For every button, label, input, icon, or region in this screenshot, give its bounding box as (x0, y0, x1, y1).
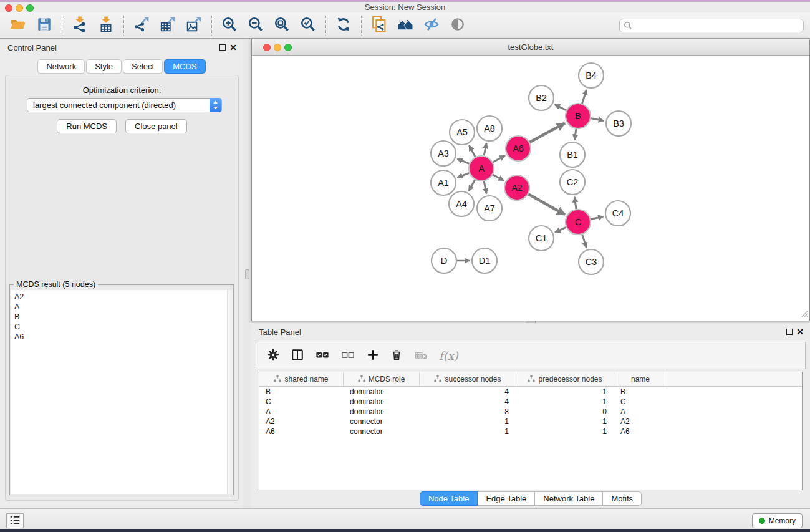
tab-network[interactable]: Network (37, 59, 85, 74)
table-row[interactable]: Cdominator41C (259, 397, 802, 407)
zoom-out-button[interactable] (243, 14, 269, 37)
table-row[interactable]: Bdominator41B (259, 387, 802, 397)
mcds-result-item[interactable]: C (14, 322, 233, 332)
tab-select[interactable]: Select (123, 59, 163, 74)
select-all-button[interactable] (315, 348, 330, 364)
graph-node-A3[interactable]: A3 (431, 141, 456, 166)
column-header-MCDS-role[interactable]: MCDS role (344, 372, 420, 386)
tab-mcds[interactable]: MCDS (164, 59, 205, 74)
tab-edge-table[interactable]: Edge Table (478, 491, 535, 506)
graph-node-B2[interactable]: B2 (529, 85, 554, 110)
clone-network-button[interactable] (366, 14, 392, 37)
delete-column-button[interactable] (390, 348, 403, 364)
graph-node-B3[interactable]: B3 (606, 111, 631, 136)
graph-edge-A-A8[interactable] (484, 143, 486, 156)
import-network-button[interactable] (67, 14, 93, 37)
table-row[interactable]: Adominator80A (259, 407, 802, 417)
zoom-in-button[interactable] (216, 14, 243, 37)
graph-edge-B-B4[interactable] (582, 90, 586, 104)
graph-edge-A-A4[interactable] (469, 180, 475, 191)
graph-edge-A-A3[interactable] (457, 159, 469, 164)
export-table-button[interactable] (155, 14, 181, 37)
table-settings-button[interactable] (266, 348, 280, 364)
graph-node-B[interactable]: B (566, 104, 591, 128)
criterion-dropdown[interactable]: largest connected component (directed) (27, 98, 222, 112)
graph-node-A2[interactable]: A2 (504, 175, 529, 200)
show-columns-button[interactable] (291, 348, 304, 364)
graph-edge-B-B3[interactable] (591, 118, 604, 121)
graph-edge-A2-C[interactable] (528, 194, 565, 215)
home-button[interactable] (392, 14, 418, 37)
graph-node-B1[interactable]: B1 (560, 142, 585, 167)
network-graph[interactable]: B4B2BB3A8A5A6A3B1AC2A1A2A4A7C4CC1DD1C3 (253, 56, 809, 319)
zoom-selected-button[interactable] (295, 14, 321, 37)
refresh-layout-button[interactable] (330, 14, 357, 37)
open-session-button[interactable] (5, 14, 31, 37)
mcds-result-item[interactable]: B (14, 312, 233, 322)
mcds-result-item[interactable]: A (14, 302, 233, 312)
deselect-all-button[interactable] (340, 348, 355, 364)
graph-node-A[interactable]: A (469, 156, 494, 181)
graph-node-A8[interactable]: A8 (477, 116, 502, 141)
graph-node-A7[interactable]: A7 (477, 196, 502, 221)
graph-node-A4[interactable]: A4 (449, 191, 474, 216)
graph-node-D1[interactable]: D1 (472, 248, 497, 273)
search-input[interactable] (619, 19, 804, 32)
graph-edge-B-B1[interactable] (574, 129, 576, 140)
graph-edge-A-A7[interactable] (484, 181, 486, 194)
memory-button[interactable]: Memory (752, 513, 803, 528)
float-panel-icon[interactable] (219, 44, 226, 51)
graph-node-C1[interactable]: C1 (529, 226, 554, 251)
column-header-name[interactable]: name (614, 372, 667, 386)
mcds-list-scrollbar[interactable] (227, 290, 233, 494)
graph-edge-A-A1[interactable] (457, 173, 469, 177)
graph-node-A5[interactable]: A5 (450, 120, 475, 145)
graph-node-C3[interactable]: C3 (579, 249, 604, 274)
export-image-button[interactable] (181, 14, 207, 37)
show-panel-button[interactable] (445, 14, 471, 37)
hide-panel-button[interactable] (418, 14, 445, 37)
tab-node-table[interactable]: Node Table (420, 491, 478, 506)
mcds-result-item[interactable]: A2 (14, 292, 233, 302)
graph-edge-A-A2[interactable] (493, 175, 503, 181)
network-canvas[interactable]: B4B2BB3A8A5A6A3B1AC2A1A2A4A7C4CC1DD1C3 (253, 56, 809, 318)
graph-edge-C-C3[interactable] (582, 235, 587, 248)
resize-grip-icon[interactable] (800, 309, 809, 320)
graph-edge-C-C4[interactable] (591, 216, 604, 219)
graph-node-C4[interactable]: C4 (605, 201, 630, 226)
close-panel-icon[interactable]: ✕ (229, 42, 237, 53)
close-panel-button[interactable]: Close panel (125, 119, 187, 133)
mcds-result-list[interactable]: A2ABCA6 (11, 290, 233, 494)
graph-edge-C-C1[interactable] (555, 227, 566, 232)
save-session-button[interactable] (31, 14, 57, 37)
close-panel-icon[interactable]: ✕ (796, 326, 804, 337)
tab-style[interactable]: Style (86, 59, 122, 74)
run-mcds-button[interactable]: Run MCDS (57, 119, 117, 133)
graph-edge-C-C2[interactable] (574, 197, 576, 209)
table-row[interactable]: A6connector11A6 (259, 427, 802, 437)
task-history-button[interactable] (6, 513, 24, 528)
add-column-button[interactable] (366, 348, 380, 364)
column-header-successor-nodes[interactable]: successor nodes (420, 372, 516, 386)
column-header-predecessor-nodes[interactable]: predecessor nodes (516, 372, 614, 386)
table-row[interactable]: A2connector11A2 (259, 417, 802, 427)
graph-edge-A6-B[interactable] (529, 123, 564, 142)
graph-edge-B-B2[interactable] (555, 105, 567, 110)
import-table-button[interactable] (93, 14, 119, 37)
graph-node-A6[interactable]: A6 (506, 136, 531, 161)
graph-node-C[interactable]: C (566, 210, 591, 235)
graph-node-D[interactable]: D (432, 248, 456, 273)
zoom-fit-button[interactable] (269, 14, 295, 37)
graph-node-C2[interactable]: C2 (560, 170, 585, 195)
float-panel-icon[interactable] (786, 329, 793, 335)
tab-motifs[interactable]: Motifs (603, 491, 642, 506)
graph-node-A1[interactable]: A1 (431, 170, 456, 195)
column-header-shared-name[interactable]: shared name (259, 372, 344, 386)
mcds-result-item[interactable]: A6 (14, 332, 233, 342)
network-window-titlebar[interactable]: testGlobe.txt (252, 39, 809, 56)
tab-network-table[interactable]: Network Table (535, 491, 603, 506)
graph-edge-A-A5[interactable] (469, 145, 475, 157)
vertical-splitter-handle[interactable] (245, 269, 249, 279)
graph-node-B4[interactable]: B4 (579, 63, 604, 88)
graph-edge-A-A6[interactable] (493, 155, 504, 162)
